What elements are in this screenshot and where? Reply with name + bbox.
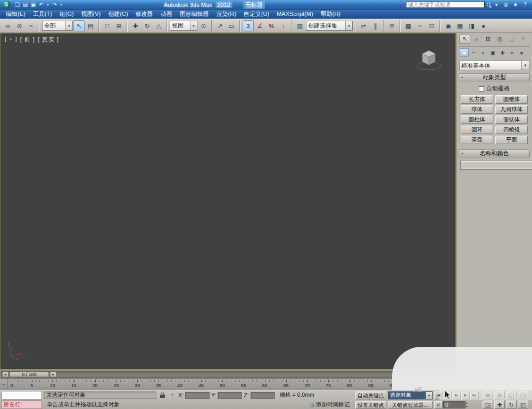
bind-to-space-warp-icon[interactable]: ≈: [26, 20, 37, 31]
keyboard-override-icon[interactable]: ▭: [226, 20, 237, 31]
object-type-button[interactable]: 长方体: [461, 95, 493, 104]
tab-motion[interactable]: ◎: [494, 35, 505, 44]
rectangular-selection-region-icon[interactable]: □: [102, 20, 113, 31]
infocenter-search-input[interactable]: [406, 1, 485, 8]
select-and-move-icon[interactable]: ✚: [130, 20, 141, 31]
time-slider-track[interactable]: ◂ 0 / 100 ▸: [1, 371, 455, 378]
object-type-button[interactable]: 茶壶: [461, 136, 493, 144]
category-shapes-icon[interactable]: ~: [469, 48, 478, 57]
undo-icon[interactable]: ↶: [38, 1, 45, 9]
rollout-object-type[interactable]: - 对象类型: [459, 73, 530, 81]
time-slider-handle[interactable]: 0 / 100: [10, 372, 49, 377]
new-scene-icon[interactable]: ❏: [14, 1, 21, 9]
material-editor-icon[interactable]: ◉: [443, 20, 454, 31]
slider-next-frame-arrow[interactable]: ▸: [50, 372, 56, 377]
maxscript-listener-line[interactable]: 所在行:: [2, 400, 42, 409]
menu-item[interactable]: MAXScript(M): [273, 10, 317, 18]
unlink-selection-icon[interactable]: ⊘: [14, 20, 25, 31]
rollout-name-color[interactable]: - 名称和颜色: [459, 149, 530, 157]
track-bar[interactable]: ~ 05101520253035404550556065707580859095…: [0, 378, 456, 390]
view-cube[interactable]: [414, 48, 444, 72]
category-geometry-icon[interactable]: ●: [460, 48, 469, 57]
current-frame-field[interactable]: 0: [443, 401, 466, 408]
menu-item[interactable]: 自定义(U): [240, 10, 273, 18]
pan-icon[interactable]: ✚: [494, 400, 505, 409]
redo-icon[interactable]: ↷: [51, 1, 58, 9]
curve-editor-icon[interactable]: ~: [414, 20, 426, 31]
render-icon[interactable]: ●: [478, 20, 489, 31]
timeline-ruler[interactable]: 0510152025303540455055606570758085909510…: [10, 379, 440, 390]
menu-item[interactable]: 视图(V): [78, 10, 105, 18]
window-crossing-icon[interactable]: ⊞: [113, 20, 124, 31]
schematic-view-icon[interactable]: ⊡: [426, 20, 437, 31]
key-mode-toggle-button[interactable]: ⇄: [434, 401, 443, 409]
tab-hierarchy[interactable]: ⊞: [483, 35, 494, 44]
angle-snap-icon[interactable]: ∠: [254, 20, 265, 31]
y-coordinate-field[interactable]: [218, 392, 242, 399]
menu-item[interactable]: 图形编辑器: [176, 10, 213, 18]
spinner-snap-icon[interactable]: ↕: [278, 20, 289, 31]
absolute-offset-toggle[interactable]: ±: [168, 391, 177, 399]
object-type-button[interactable]: 圆柱体: [461, 115, 493, 124]
x-coordinate-field[interactable]: [185, 392, 210, 399]
category-lights-icon[interactable]: ◐: [479, 48, 488, 57]
key-selection-set-dropdown[interactable]: 选定对象 ▾: [388, 391, 433, 399]
viewport-general-menu[interactable]: [ + ]: [5, 36, 18, 44]
named-selection-sets-select[interactable]: 创建选择集 ▾: [306, 21, 353, 31]
graphite-modeling-icon[interactable]: ▩: [403, 20, 414, 31]
object-category-dropdown[interactable]: 标准基本体 ▾: [459, 61, 529, 70]
auto-key-button[interactable]: 自动关键点: [355, 391, 386, 399]
slider-previous-frame-arrow[interactable]: ◂: [2, 372, 9, 377]
category-cameras-icon[interactable]: ▣: [488, 48, 497, 57]
z-coordinate-field[interactable]: [251, 392, 275, 399]
app-logo-icon[interactable]: S: [2, 1, 11, 9]
menu-item[interactable]: 组(G): [56, 10, 78, 18]
rendered-frame-window-icon[interactable]: ◨: [466, 20, 477, 31]
select-and-rotate-icon[interactable]: ↻: [142, 20, 153, 31]
viewport-front[interactable]: [ + ] [ 前 ] [ 真实 ] x y z: [0, 33, 456, 370]
object-name-field[interactable]: [460, 161, 532, 170]
add-time-tag[interactable]: ◷ 添加时间标记: [310, 401, 350, 408]
orbit-icon[interactable]: ↻: [506, 400, 517, 409]
menu-item[interactable]: 工具(T): [29, 10, 56, 18]
layer-manager-icon[interactable]: ≣: [386, 20, 397, 31]
spinner-down-icon[interactable]: ▾: [466, 405, 468, 408]
set-key-button[interactable]: 设置关键点: [355, 401, 386, 409]
autogrid-checkbox[interactable]: [479, 86, 484, 91]
category-systems-icon[interactable]: ∗: [517, 48, 526, 57]
mirror-icon[interactable]: ⇌: [358, 20, 369, 31]
save-file-icon[interactable]: ▣: [30, 1, 37, 9]
object-type-button[interactable]: 四棱锥: [495, 126, 528, 134]
edit-named-selection-sets-icon[interactable]: ▥: [294, 20, 305, 31]
tab-display[interactable]: □: [506, 35, 517, 44]
viewport-pov-menu[interactable]: [ 前 ]: [20, 36, 35, 44]
reference-coordinate-select[interactable]: 视图 ▾: [170, 21, 197, 31]
selection-lock-toggle[interactable]: [158, 391, 167, 399]
mini-curve-editor-button[interactable]: ~: [0, 379, 8, 390]
maximize-viewport-icon[interactable]: ◰: [518, 400, 528, 409]
tab-modify[interactable]: ∩: [471, 35, 482, 44]
use-pivot-center-icon[interactable]: ⊙: [198, 20, 209, 31]
object-type-button[interactable]: 圆环: [461, 126, 493, 134]
favorites-icon[interactable]: ★: [512, 1, 519, 9]
menu-item[interactable]: 动画: [157, 10, 176, 18]
menu-item[interactable]: 修改器: [132, 10, 157, 18]
maxscript-mini-listener[interactable]: [2, 391, 42, 399]
viewport-shading-menu[interactable]: [ 真实 ]: [38, 36, 59, 44]
select-and-link-icon[interactable]: ∞: [2, 20, 13, 31]
align-icon[interactable]: ∥: [370, 20, 381, 31]
object-type-button[interactable]: 几何球体: [495, 105, 528, 114]
select-by-name-icon[interactable]: ▤: [85, 20, 96, 31]
category-space-warps-icon[interactable]: ≈: [508, 48, 517, 57]
category-helpers-icon[interactable]: ✚: [498, 48, 507, 57]
percent-snap-icon[interactable]: %: [266, 20, 277, 31]
undo-dropdown-icon[interactable]: ▾: [46, 1, 50, 9]
zoom-region-icon[interactable]: ◲: [483, 400, 493, 409]
select-and-scale-icon[interactable]: △: [153, 20, 164, 31]
menu-item[interactable]: 渲染(R): [213, 10, 240, 18]
search-scope-dropdown-icon[interactable]: ▾: [493, 1, 500, 9]
menu-item[interactable]: 帮助(H): [317, 10, 344, 18]
menu-item[interactable]: 创建(C): [104, 10, 131, 18]
communication-center-icon[interactable]: ◎: [502, 1, 510, 9]
time-slider[interactable]: ◂ 0 / 100 ▸: [0, 370, 456, 378]
